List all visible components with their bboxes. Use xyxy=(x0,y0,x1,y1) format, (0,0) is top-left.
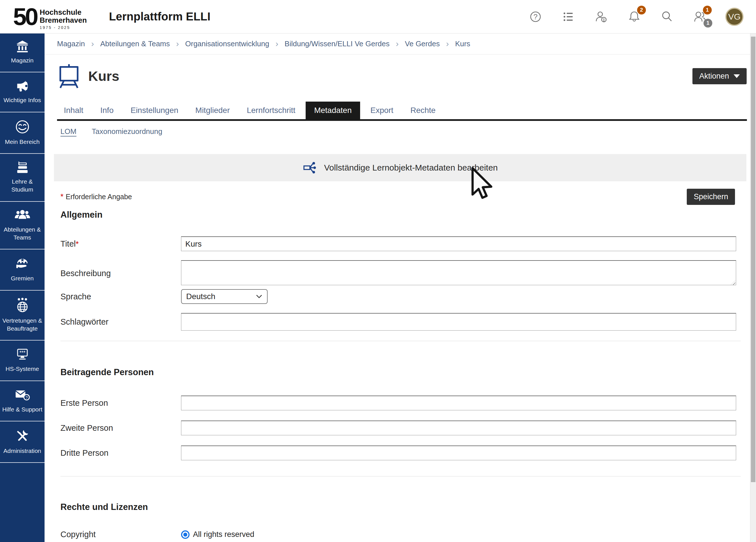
vertical-scrollbar xyxy=(750,33,756,542)
svg-text:?: ? xyxy=(534,12,537,21)
metadata-tree-icon xyxy=(303,161,317,174)
tab-lernfortschritt[interactable]: Lernfortschritt xyxy=(240,102,302,119)
beschreibung-textarea[interactable] xyxy=(181,260,736,285)
smiley-icon xyxy=(15,119,30,135)
form-row-zweite-person: Zweite Person xyxy=(45,421,750,435)
sprache-select[interactable]: Deutsch xyxy=(181,289,268,304)
sprache-label: Sprache xyxy=(60,292,181,301)
sidebar-item-wichtige-infos[interactable]: Wichtige Infos xyxy=(0,72,45,112)
mail-question-icon: ? xyxy=(14,388,31,402)
copyright-radio-selected[interactable] xyxy=(181,530,190,539)
tab-einstellungen[interactable]: Einstellungen xyxy=(124,102,185,119)
tab-export[interactable]: Export xyxy=(364,102,400,119)
bank-icon xyxy=(15,40,30,53)
tab-rechte[interactable]: Rechte xyxy=(404,102,442,119)
sidebar: Magazin Wichtige Infos Mein Bereich Lehr… xyxy=(0,33,45,542)
page-title: Kurs xyxy=(88,68,119,84)
subtab-bar: LOM Taxonomiezuordnung xyxy=(45,121,750,143)
titel-input[interactable] xyxy=(181,236,736,251)
books-icon xyxy=(14,161,30,174)
zweite-person-label: Zweite Person xyxy=(60,423,181,433)
beschreibung-label: Beschreibung xyxy=(60,269,181,278)
required-note: *Erforderliche Angabe xyxy=(60,192,132,201)
sidebar-item-abteilungen-teams[interactable]: Abteilungen & Teams xyxy=(0,202,45,250)
copyright-label: Copyright xyxy=(60,530,181,539)
sidebar-item-magazin[interactable]: Magazin xyxy=(0,33,45,72)
sidebar-item-vertretungen-beauftragte[interactable]: Vertretungen & Beauftragte xyxy=(0,291,45,341)
user-avatar[interactable]: VG xyxy=(725,8,744,26)
required-asterisk: * xyxy=(76,240,79,248)
svg-text:?: ? xyxy=(25,395,28,400)
sidebar-item-mein-bereich[interactable]: Mein Bereich xyxy=(0,112,45,154)
app-title: Lernplattform ELLI xyxy=(109,10,211,23)
member-requests-icon[interactable] xyxy=(594,9,609,24)
subtab-lom[interactable]: LOM xyxy=(60,127,76,136)
banner-label: Vollständige Lernobjekt-Metadaten bearbe… xyxy=(324,163,498,173)
chevron-down-icon xyxy=(256,294,263,299)
sidebar-item-gremien[interactable]: Gremien xyxy=(0,249,45,290)
actions-button[interactable]: Aktionen xyxy=(692,68,747,84)
form-row-erste-person: Erste Person xyxy=(45,396,750,410)
svg-text:***: *** xyxy=(19,350,25,356)
tab-info[interactable]: Info xyxy=(94,102,121,119)
hochschule-bremerhaven-logo[interactable]: 50 Hochschule Bremerhaven 1975 - 2025 xyxy=(13,3,87,30)
logo-name-line1: Hochschule xyxy=(40,9,87,16)
breadcrumb-separator: › xyxy=(176,39,179,49)
zweite-person-input[interactable] xyxy=(181,421,736,435)
sidebar-item-administration[interactable]: Administration xyxy=(0,421,45,463)
section-divider xyxy=(60,341,741,341)
search-icon[interactable] xyxy=(660,9,675,24)
assembly-icon xyxy=(14,256,30,271)
section-heading-allgemein: Allgemein xyxy=(45,210,750,220)
breadcrumb: Magazin › Abteilungen & Teams › Organisa… xyxy=(45,33,750,54)
help-icon[interactable]: ? xyxy=(528,9,543,24)
megaphone-icon xyxy=(14,79,30,93)
form-header: *Erforderliche Angabe Speichern xyxy=(45,189,750,205)
sidebar-item-hs-systeme[interactable]: *** HS-Systeme xyxy=(0,341,45,381)
top-header: 50 Hochschule Bremerhaven 1975 - 2025 Le… xyxy=(0,0,756,33)
notifications-badge: 2 xyxy=(637,6,646,14)
monitor-icon: *** xyxy=(14,347,30,362)
course-icon xyxy=(57,63,81,89)
globe-people-icon xyxy=(14,297,30,313)
erste-person-input[interactable] xyxy=(181,396,736,410)
section-heading-rechte-lizenzen: Rechte und Lizenzen xyxy=(45,502,750,512)
breadcrumb-item[interactable]: Organisationsentwicklung xyxy=(185,39,269,48)
logo-years: 1975 - 2025 xyxy=(40,25,87,30)
copyright-option-label: All rights reserved xyxy=(193,530,254,539)
form-row-beschreibung: Beschreibung xyxy=(45,260,750,286)
save-button[interactable]: Speichern xyxy=(687,189,735,205)
breadcrumb-separator: › xyxy=(91,39,94,49)
tab-mitglieder[interactable]: Mitglieder xyxy=(188,102,236,119)
contacts-icon[interactable]: 1 1 xyxy=(692,9,708,24)
edit-full-metadata-banner[interactable]: Vollständige Lernobjekt-Metadaten bearbe… xyxy=(54,154,746,181)
logo-name-line2: Bremerhaven xyxy=(40,16,87,24)
breadcrumb-item[interactable]: Bildung/Wissen/ELLI Ve Gerdes xyxy=(285,39,390,48)
scrollbar-thumb[interactable] xyxy=(751,37,755,482)
contacts-badge-total: 1 xyxy=(703,19,712,28)
breadcrumb-item[interactable]: Abteilungen & Teams xyxy=(100,39,170,48)
form-row-schlagwoerter: Schlagwörter xyxy=(45,313,750,331)
breadcrumb-item[interactable]: Kurs xyxy=(455,39,470,48)
subtab-taxonomiezuordnung[interactable]: Taxonomiezuordnung xyxy=(92,127,162,136)
schlagwoerter-label: Schlagwörter xyxy=(60,317,181,327)
form-row-titel: Titel* xyxy=(45,236,750,251)
section-heading-beitragende-personen: Beitragende Personen xyxy=(45,367,750,377)
page-header: Kurs Aktionen xyxy=(45,63,750,89)
form-row-copyright: Copyright All rights reserved xyxy=(45,530,750,539)
notifications-bell-icon[interactable]: 2 xyxy=(627,9,642,24)
dritte-person-input[interactable] xyxy=(181,446,736,460)
tab-inhalt[interactable]: Inhalt xyxy=(57,102,90,119)
sidebar-item-lehre-studium[interactable]: Lehre & Studium xyxy=(0,154,45,202)
tab-metadaten[interactable]: Metadaten xyxy=(306,102,360,119)
sidebar-item-hilfe-support[interactable]: ? Hilfe & Support xyxy=(0,381,45,421)
erste-person-label: Erste Person xyxy=(60,398,181,408)
topbar-actions: ? 2 1 1 VG xyxy=(528,8,756,26)
schlagwoerter-input[interactable] xyxy=(181,313,736,331)
chevron-down-icon xyxy=(734,74,740,78)
screen: 50 Hochschule Bremerhaven 1975 - 2025 Le… xyxy=(0,0,756,542)
logo-50: 50 xyxy=(13,6,37,28)
breadcrumb-item[interactable]: Ve Gerdes xyxy=(405,39,440,48)
breadcrumb-item[interactable]: Magazin xyxy=(57,39,85,48)
todo-list-icon[interactable] xyxy=(561,9,576,24)
